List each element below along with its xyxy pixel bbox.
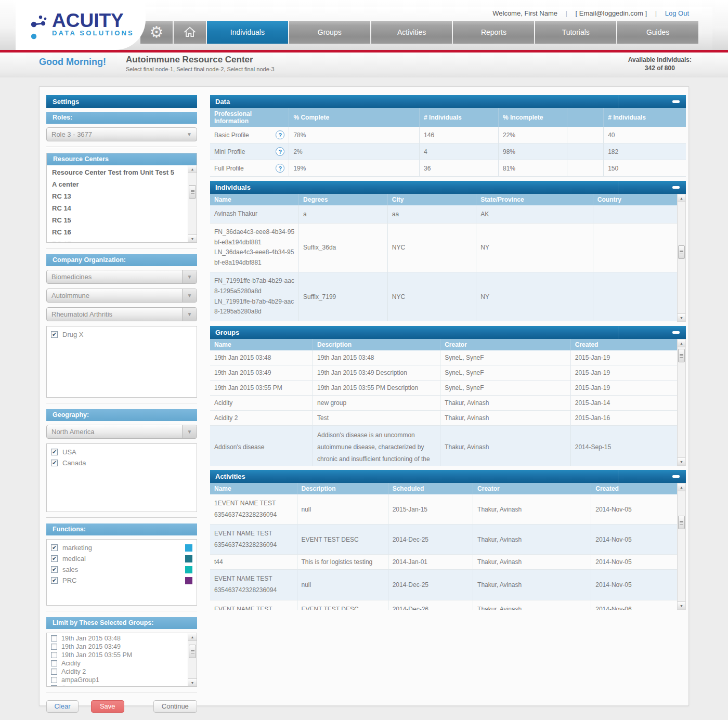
column-header[interactable]: # Individuals xyxy=(604,108,686,127)
column-header[interactable]: Name xyxy=(210,339,313,350)
column-header[interactable]: City xyxy=(387,194,476,205)
tab-tutorials[interactable]: Tutorials xyxy=(535,21,616,44)
sales-checkbox[interactable] xyxy=(51,566,58,573)
logout-link[interactable]: Log Out xyxy=(665,9,689,17)
table-row[interactable]: 1EVENT NAME TEST 635463742328236094 null… xyxy=(210,494,677,525)
scroll-up-icon[interactable]: ▲ xyxy=(188,165,197,173)
clear-button[interactable]: Clear xyxy=(46,700,79,713)
column-header[interactable]: Created xyxy=(570,339,677,350)
list-item[interactable]: Resource Center Test from Unit Test 5 xyxy=(47,166,188,178)
list-item[interactable]: RC 17 xyxy=(47,238,188,243)
company-level2-dropdown[interactable]: Autoimmune ▼ xyxy=(46,289,197,303)
column-header[interactable]: Scheduled xyxy=(388,483,473,494)
column-header[interactable]: Country xyxy=(593,194,677,205)
canada-checkbox[interactable] xyxy=(51,460,58,466)
group-checkbox[interactable] xyxy=(51,677,57,683)
scrollbar-thumb[interactable] xyxy=(189,645,196,658)
column-header[interactable]: Professional Information xyxy=(210,108,289,127)
home-button[interactable] xyxy=(174,21,206,44)
scroll-down-icon[interactable]: ▼ xyxy=(678,313,685,321)
group-checkbox[interactable] xyxy=(51,685,57,687)
cell: 98% xyxy=(498,143,567,160)
list-item[interactable]: RC 13 xyxy=(47,190,188,202)
scroll-up-icon[interactable]: ▲ xyxy=(188,633,197,641)
save-button[interactable]: Save xyxy=(91,700,124,713)
table-row[interactable]: Avinash Thakur a aa AK xyxy=(210,205,677,223)
tab-reports[interactable]: Reports xyxy=(453,21,534,44)
company-level3-dropdown[interactable]: Rheumatoid Arthritis ▼ xyxy=(46,307,197,321)
column-header[interactable]: Name xyxy=(210,194,299,205)
drug-x-checkbox[interactable] xyxy=(51,331,58,338)
group-checkbox[interactable] xyxy=(51,644,57,650)
list-item[interactable]: RC 14 xyxy=(47,202,188,214)
scrollbar-thumb[interactable] xyxy=(678,245,685,259)
column-header[interactable]: Description xyxy=(297,483,388,494)
collapse-icon[interactable] xyxy=(672,100,680,103)
column-header[interactable]: Creator xyxy=(440,339,571,350)
help-icon[interactable]: ? xyxy=(276,164,284,173)
scroll-down-icon[interactable]: ▼ xyxy=(678,457,685,465)
tab-guides[interactable]: Guides xyxy=(617,21,698,44)
help-icon[interactable]: ? xyxy=(276,147,284,156)
scroll-up-icon[interactable]: ▲ xyxy=(678,339,685,347)
scroll-up-icon[interactable]: ▲ xyxy=(678,194,685,202)
table-row[interactable]: EVENT NAME TEST 635463742328236094 null … xyxy=(210,570,677,600)
list-item[interactable]: RC 16 xyxy=(47,226,188,238)
company-level1-dropdown[interactable]: Biomedicines ▼ xyxy=(46,270,197,284)
table-row[interactable]: Addison's disease Addison's disease is a… xyxy=(210,426,677,466)
column-header[interactable]: % Complete xyxy=(289,108,420,127)
column-header[interactable]: # Individuals xyxy=(420,108,499,127)
group-checkbox[interactable] xyxy=(51,652,57,658)
table-row[interactable]: FN_71991ffe-b7ab-4b29-aac8-1295a5280a8d … xyxy=(210,272,677,321)
group-checkbox[interactable] xyxy=(51,635,57,642)
cell: 78% xyxy=(289,127,420,143)
column-header[interactable]: % Incomplete xyxy=(498,108,567,127)
list-item[interactable]: RC 15 xyxy=(47,214,188,226)
list-item[interactable]: A center xyxy=(47,178,188,190)
table-row[interactable]: 19th Jan 2015 03:55 PM 19th Jan 2015 03:… xyxy=(210,381,677,396)
marketing-checkbox[interactable] xyxy=(51,544,58,551)
column-header[interactable]: Created xyxy=(591,483,677,494)
collapse-icon[interactable] xyxy=(672,331,680,334)
tab-individuals[interactable]: Individuals xyxy=(207,21,288,44)
collapse-icon[interactable] xyxy=(672,186,680,189)
collapse-icon[interactable] xyxy=(672,475,680,478)
scrollbar-thumb[interactable] xyxy=(189,185,196,199)
cell: 2014-Dec-25 xyxy=(388,525,473,555)
help-icon[interactable]: ? xyxy=(276,130,284,139)
scrollbar-thumb[interactable] xyxy=(678,516,685,529)
table-row[interactable]: FN_36dae4c3-eee8-4b34-95bf-e8a194dbf881 … xyxy=(210,223,677,272)
tab-groups[interactable]: Groups xyxy=(289,21,370,44)
table-row[interactable]: Acidity new group Thakur, Avinash 2015-J… xyxy=(210,396,677,411)
medical-checkbox[interactable] xyxy=(51,555,58,562)
group-checkbox[interactable] xyxy=(51,660,57,666)
scroll-up-icon[interactable]: ▲ xyxy=(678,483,685,491)
column-header[interactable]: Name xyxy=(210,483,297,494)
scrollbar[interactable]: ▲ ▼ xyxy=(677,339,686,466)
scrollbar[interactable]: ▲ ▼ xyxy=(677,194,686,322)
column-header[interactable]: Degrees xyxy=(299,194,388,205)
scrollbar-thumb[interactable] xyxy=(678,349,685,362)
table-row[interactable]: t44 This is for logistics testing 2014-J… xyxy=(210,555,677,570)
table-row[interactable]: 19th Jan 2015 03:48 19th Jan 2015 03:48 … xyxy=(210,350,677,365)
table-row[interactable]: 19th Jan 2015 03:49 19th Jan 2015 03:49 … xyxy=(210,365,677,381)
group-checkbox[interactable] xyxy=(51,669,57,675)
table-row[interactable]: EVENT NAME TEST EVENT TEST DESC 2014-Dec… xyxy=(210,600,677,610)
role-dropdown[interactable]: Role 3 - 3677 ▼ xyxy=(46,127,197,141)
tab-activities[interactable]: Activities xyxy=(371,21,452,44)
geography-dropdown[interactable]: North America ▼ xyxy=(46,425,197,439)
table-row[interactable]: Acidity 2 Test Thakur, Avinash 2015-Jan-… xyxy=(210,411,677,426)
scroll-down-icon[interactable]: ▼ xyxy=(678,601,685,609)
continue-button[interactable]: Continue xyxy=(153,700,197,713)
column-header[interactable]: State/Province xyxy=(476,194,593,205)
column-header[interactable]: Creator xyxy=(473,483,591,494)
column-header[interactable]: Description xyxy=(313,339,440,350)
prc-checkbox[interactable] xyxy=(51,577,58,584)
scrollbar[interactable]: ▲ ▼ xyxy=(188,165,197,242)
scroll-down-icon[interactable]: ▼ xyxy=(188,234,197,242)
table-row[interactable]: EVENT NAME TEST 635463742328236094 EVENT… xyxy=(210,525,677,555)
scrollbar[interactable]: ▲ ▼ xyxy=(677,483,686,610)
scrollbar[interactable]: ▲ ▼ xyxy=(188,633,197,686)
scroll-down-icon[interactable]: ▼ xyxy=(188,678,197,686)
usa-checkbox[interactable] xyxy=(51,449,58,455)
